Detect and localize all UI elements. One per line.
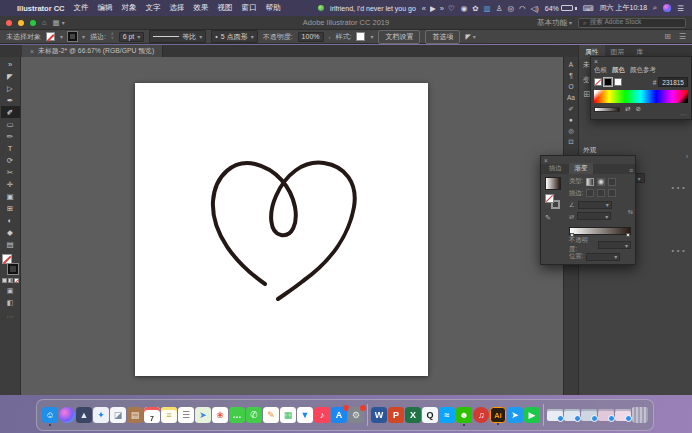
tab-color[interactable]: 颜色 [612,66,625,75]
reverse-gradient-icon[interactable]: ⇆ [628,208,633,215]
swap-colors-icon[interactable]: ⇄ [625,105,630,113]
opacity-field[interactable]: 100% [298,32,324,42]
next-track-icon[interactable]: » [440,4,444,13]
linear-gradient-icon[interactable] [586,178,594,186]
gradient-fill-stroke-proxy[interactable] [545,194,560,209]
dock-app-store[interactable]: A [331,407,347,423]
dock-paper-plane-app[interactable]: ➤ [507,407,523,423]
direct-selection-tool[interactable]: ▷ [1,82,20,94]
fill-caret-icon[interactable]: ▾ [60,33,63,40]
stroke-profile-dropdown[interactable]: 等比▾ [149,30,206,43]
none-color-icon[interactable]: ⊘ [635,105,640,113]
hex-value-field[interactable]: 231815 [658,77,688,87]
graphic-styles-panel-icon[interactable]: ◎ [565,125,578,136]
fill-stroke-proxy[interactable] [2,254,18,274]
spotlight-icon[interactable]: ⌕ [653,3,657,13]
toolbar-stroke-swatch[interactable] [8,264,18,274]
notification-center-icon[interactable]: ☰ [677,4,684,13]
drawing-mode-icon[interactable]: ▣ [7,287,14,295]
pencil-tool[interactable]: ✏ [1,130,20,142]
none-mode-icon[interactable] [14,278,19,283]
menu-file[interactable]: 文件 [74,3,89,13]
appearance-panel-icon[interactable]: ● [565,114,578,125]
opentype-panel-icon[interactable]: O [565,81,578,92]
gradient-stop-start[interactable] [570,233,574,237]
ghost-status-icon[interactable]: ♙ [496,4,503,13]
preferences-button[interactable]: 首选项 [425,30,460,44]
workspace-switcher[interactable]: 基本功能 ▾ [537,18,572,28]
shaper-tool[interactable]: ⊞ [1,202,20,214]
document-tab[interactable]: × 未标题-2* @ 66.67% (RGB/GPU 预览) [22,45,163,57]
menu-effect[interactable]: 效果 [194,3,209,13]
eye-status-icon[interactable]: ◎ [507,4,514,13]
dock-illustrator[interactable]: Ai [490,407,506,423]
paintbrush-tool[interactable]: ✐ [1,106,20,118]
stroke-along-icon[interactable] [597,189,605,197]
netdisk-status-icon[interactable]: ▥ [484,4,491,13]
dock-notes[interactable]: ≡ [161,407,177,423]
previous-track-icon[interactable]: « [422,4,426,13]
tab-stroke[interactable]: 描边 [543,163,568,174]
gradient-angle-field[interactable]: ▾ [578,201,612,209]
dock-music[interactable]: ♪ [314,407,330,423]
minimized-window[interactable] [615,409,631,421]
dock-maps[interactable]: ➤ [195,407,211,423]
minimized-window[interactable] [581,409,597,421]
dock-facetime[interactable]: ✆ [246,407,262,423]
love-track-icon[interactable]: ♡ [448,4,455,13]
dock-baidu-netdisk[interactable]: ≈ [439,407,455,423]
type-tool[interactable]: T [1,142,20,154]
canvas[interactable] [21,57,563,395]
dock-siri[interactable] [59,407,75,423]
color-none-swatch[interactable] [594,78,602,86]
tab-color-guide[interactable]: 颜色参考 [630,66,656,75]
dock-keynote[interactable]: ▼ [297,407,313,423]
stroke-across-icon[interactable] [608,189,616,197]
battery-indicator[interactable]: 64% [545,5,577,12]
stroke-weight-field[interactable]: 6 pt▾ [119,32,145,42]
camera-status-icon[interactable]: ◉ [461,4,468,13]
wifi-icon[interactable]: ◠ [519,4,526,13]
appearance-expand-icon[interactable]: › [686,153,688,160]
stroke-within-icon[interactable] [586,189,594,197]
toolbar-fill-swatch[interactable] [2,254,12,264]
now-playing-title[interactable]: irlfriend, I'd never let you go [330,5,416,12]
adobe-stock-search[interactable]: ⌕ 搜索 Adobe Stock [578,18,686,28]
color-white-swatch[interactable] [614,78,622,86]
tab-swatches[interactable]: 色板 [594,66,607,75]
arrange-documents-icon[interactable]: ▦ ▾ [53,18,65,27]
rectangle-tool[interactable]: ▭ [1,118,20,130]
dock-iqiyi[interactable]: ▶ [524,407,540,423]
arrange-grid-icon[interactable]: ⊞ [664,32,671,41]
artboard-tool[interactable]: ▣ [1,190,20,202]
appearance-more-icon[interactable]: ⋯ [670,178,686,197]
radial-gradient-icon[interactable] [597,178,605,186]
minimized-window[interactable] [598,409,614,421]
minimize-window-button[interactable] [18,20,24,26]
cursor-options-icon[interactable]: ◤ ▾ [465,33,475,41]
tab-gradient[interactable]: 渐变 [569,163,594,174]
dock-wechat[interactable]: ☻ [456,407,472,423]
gradient-slider[interactable] [569,227,631,235]
menubar-app-name[interactable]: Illustrator CC [17,4,65,13]
color-mode-icon[interactable] [2,278,7,283]
gradient-eyedropper-icon[interactable]: ✎ [545,214,565,222]
gradient-aspect-field[interactable]: ▾ [577,212,611,220]
toolbar-collapse[interactable]: » [1,58,20,70]
home-icon[interactable]: ⌂ [42,18,47,27]
menu-help[interactable]: 帮助 [266,3,281,13]
fill-swatch[interactable] [46,32,55,41]
dock-contacts[interactable]: ▤ [127,407,143,423]
width-tool[interactable]: ✛ [1,178,20,190]
menu-window[interactable]: 窗口 [242,3,257,13]
stroke-caret-icon[interactable]: ▾ [82,33,85,40]
dock-system-preferences[interactable]: ⚙ [348,407,364,423]
selection-tool[interactable]: ◤ [1,70,20,82]
scissors-tool[interactable]: ✂ [1,166,20,178]
dock-finder[interactable]: ☺ [42,407,58,423]
stroke-weight-stepper[interactable]: ˄˅ [111,33,114,40]
brush-definition-dropdown[interactable]: •5 点圆形▾ [211,30,257,43]
control-panel-menu-icon[interactable]: ☰ [679,32,686,41]
dock-netease-music[interactable]: ♫ [473,407,489,423]
document-setup-button[interactable]: 文档设置 [378,30,420,44]
